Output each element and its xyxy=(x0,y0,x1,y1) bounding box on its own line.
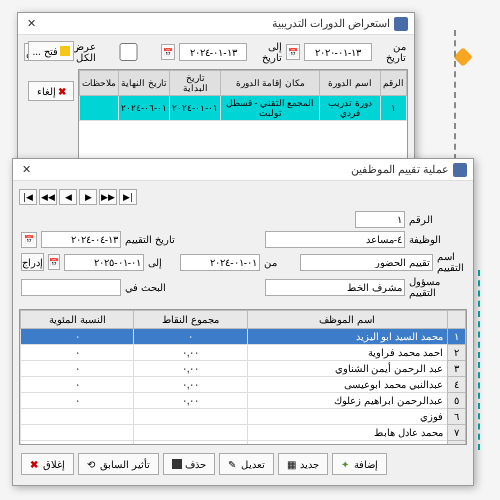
grid-header: اسم الموظفمجموع النقاطالنسبة المئوية xyxy=(21,311,466,329)
cancel-button[interactable]: ✖إلغاء xyxy=(28,81,74,101)
job-label: الوظيفة xyxy=(409,234,465,245)
table-row[interactable]: ٨محمد مكارم عيسى xyxy=(21,441,466,446)
prev-icon[interactable]: ◀◀ xyxy=(39,189,57,205)
table-row[interactable]: ٢احمد محمد فراوية٠,٠٠٠ xyxy=(21,345,466,361)
close-icon[interactable]: ✕ xyxy=(19,163,33,177)
trash-icon xyxy=(172,459,182,469)
search-label: البحث في xyxy=(125,282,181,293)
eval-name-label: اسم التقييم xyxy=(437,251,465,273)
effect-button[interactable]: ⟲تأثير السابق xyxy=(78,453,159,475)
cancel-icon: ✖ xyxy=(58,86,66,97)
table-row[interactable]: ٦فوزي xyxy=(21,409,466,425)
period-to-input[interactable] xyxy=(64,254,144,271)
period-from-input[interactable] xyxy=(180,254,260,271)
to-date-input[interactable] xyxy=(179,43,247,61)
new-button[interactable]: ▦جديد xyxy=(278,453,328,475)
decoration-line xyxy=(454,30,456,160)
edit-button[interactable]: ✎تعديل xyxy=(219,453,274,475)
to-label: إلى xyxy=(148,257,176,268)
number-input[interactable] xyxy=(355,211,405,228)
eval-name-input[interactable] xyxy=(300,254,433,271)
insert-button[interactable]: إدراج xyxy=(21,253,44,271)
to-label: إلى تاريخ xyxy=(251,41,282,63)
job-input[interactable] xyxy=(265,231,405,248)
app-icon xyxy=(453,163,467,177)
search-input[interactable] xyxy=(21,279,121,296)
folder-icon xyxy=(60,46,70,56)
table-row[interactable]: ٥عبدالرحمن ابراهيم زعلوك٠,٠٠٠ xyxy=(21,393,466,409)
back-icon[interactable]: ◀ xyxy=(59,189,77,205)
table-row[interactable]: ١محمد السيد ابو اليزيد٠٠ xyxy=(21,329,466,345)
calendar-icon[interactable]: 📅 xyxy=(48,254,60,270)
supervisor-label: مسؤول التقييم xyxy=(409,276,465,298)
close-button[interactable]: ✖إغلاق xyxy=(21,453,74,475)
record-navigator: |◀ ◀◀ ◀ ▶ ▶▶ ▶| xyxy=(19,187,467,207)
calendar-icon[interactable]: 📅 xyxy=(21,232,37,248)
titlebar: ✕ استعراض الدورات التدريبية xyxy=(18,13,414,35)
from-label: من تاريخ xyxy=(376,41,406,63)
last-icon[interactable]: ▶| xyxy=(119,189,137,205)
open-button[interactable]: فتح ... xyxy=(28,41,74,61)
table-row[interactable]: ٣عبد الرحمن أيمن الشناوي٠,٠٠٠ xyxy=(21,361,466,377)
decoration-line-teal xyxy=(478,270,480,450)
window-title: استعراض الدورات التدريبية xyxy=(272,17,390,30)
app-icon xyxy=(394,17,408,31)
close-icon: ✖ xyxy=(30,459,40,469)
table-row[interactable]: ١دورة تدريب فرديالمجمع التقني - قسطل تول… xyxy=(80,96,407,121)
window-title: عملية تقييم الموظفين xyxy=(351,163,449,176)
button-bar: ✖إغلاق ⟲تأثير السابق حذف ✎تعديل ▦جديد ✦إ… xyxy=(19,449,467,479)
close-icon[interactable]: ✕ xyxy=(24,17,38,31)
next-icon[interactable]: ▶ xyxy=(79,189,97,205)
employees-grid[interactable]: اسم الموظفمجموع النقاطالنسبة المئوية ١مح… xyxy=(19,309,467,445)
calendar-icon[interactable]: 📅 xyxy=(161,44,175,60)
decoration-diamond xyxy=(453,47,473,67)
edit-icon: ✎ xyxy=(228,459,238,469)
evaluation-window: ✕ عملية تقييم الموظفين |◀ ◀◀ ◀ ▶ ▶▶ ▶| ا… xyxy=(12,158,474,486)
first-icon[interactable]: |◀ xyxy=(19,189,37,205)
calendar-icon[interactable]: 📅 xyxy=(286,44,300,60)
titlebar: ✕ عملية تقييم الموظفين xyxy=(13,159,473,181)
show-all-checkbox[interactable] xyxy=(100,43,157,61)
number-label: الرقم xyxy=(409,214,465,225)
table-row[interactable]: ٤عبدالنبي محمد ابوعيسى٠,٠٠٠ xyxy=(21,377,466,393)
add-button[interactable]: ✦إضافة xyxy=(332,453,387,475)
add-icon: ✦ xyxy=(341,459,351,469)
grid-header: الرقماسم الدورةمكان إقامة الدورةتاريخ ال… xyxy=(80,71,407,96)
from-date-input[interactable] xyxy=(304,43,372,61)
table-row[interactable]: ٧محمد عادل هابط xyxy=(21,425,466,441)
eval-date-label: تاريخ التقييم xyxy=(125,234,181,245)
fwd-icon[interactable]: ▶▶ xyxy=(99,189,117,205)
supervisor-input[interactable] xyxy=(265,279,405,296)
from-label: من xyxy=(264,257,292,268)
new-icon: ▦ xyxy=(287,459,297,469)
effect-icon: ⟲ xyxy=(87,459,97,469)
delete-button[interactable]: حذف xyxy=(163,453,215,475)
eval-date-input[interactable] xyxy=(41,231,121,248)
